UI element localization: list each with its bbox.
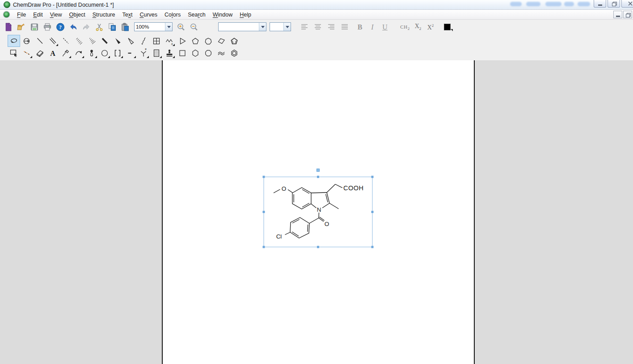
hashed-bond-tool[interactable]	[73, 35, 84, 46]
zoom-out-button[interactable]	[188, 21, 199, 32]
molecule-drawing[interactable]: O COOH N O Cl	[274, 184, 364, 240]
menu-view[interactable]: View	[46, 10, 66, 19]
eraser-tool[interactable]	[34, 47, 46, 59]
handle-top-right[interactable]	[371, 176, 374, 178]
hydrogen-bond-tool[interactable]	[21, 47, 33, 59]
paste-button[interactable]	[119, 21, 130, 32]
save-button[interactable]	[29, 21, 39, 32]
dashed-bond-tool[interactable]	[60, 35, 72, 46]
document-minimize-button[interactable]	[613, 11, 622, 18]
menu-window[interactable]: Window	[209, 10, 236, 19]
handle-top-left[interactable]	[263, 176, 265, 178]
wavy-bond-tool[interactable]	[138, 35, 149, 46]
cyclobutane-ring-tool[interactable]	[177, 47, 188, 59]
lasso-tool[interactable]	[8, 35, 20, 46]
menu-structure[interactable]: Structure	[89, 10, 119, 19]
handle-top-center[interactable]	[317, 176, 319, 178]
document-canvas[interactable]: O COOH N O Cl	[0, 60, 633, 364]
menu-text[interactable]: Text	[118, 10, 136, 19]
curved-arrow-tool[interactable]	[73, 47, 84, 59]
handle-bottom-left[interactable]	[263, 246, 265, 248]
document-icon[interactable]	[3, 11, 10, 18]
atom-label-acid-group[interactable]: COOH	[343, 184, 364, 192]
atom-label-methoxy-oxygen[interactable]: O	[282, 185, 287, 192]
align-right-button[interactable]	[325, 22, 338, 32]
underline-button[interactable]: U	[379, 22, 391, 32]
menu-curves[interactable]: Curves	[136, 10, 161, 19]
charge-symbol-tool[interactable]	[125, 47, 136, 59]
chain-tool[interactable]: n	[164, 35, 175, 46]
marquee-tool[interactable]	[8, 47, 20, 59]
hashed-wedge-bond-tool[interactable]	[86, 35, 97, 46]
formula-button[interactable]: CH2	[398, 22, 412, 32]
orbital-tool[interactable]	[86, 47, 97, 59]
cut-button[interactable]	[93, 21, 104, 32]
bold-bond-tool[interactable]	[99, 35, 110, 46]
wedge-bond-tool[interactable]	[112, 35, 123, 46]
rotation-handle[interactable]	[317, 169, 320, 172]
text-tool-icon: A	[48, 48, 58, 58]
align-left-button[interactable]	[298, 22, 311, 32]
text-tool[interactable]: A	[47, 47, 59, 59]
stamp-template-tool[interactable]	[164, 47, 175, 59]
atom-label-carbonyl-oxygen[interactable]: O	[325, 221, 329, 227]
zoom-level-select[interactable]: 100%	[134, 22, 173, 31]
help-button[interactable]: ?	[55, 21, 65, 32]
menu-colors[interactable]: Colors	[161, 10, 184, 19]
redo-button[interactable]	[80, 21, 91, 32]
dropdown-arrow-icon[interactable]	[259, 23, 266, 31]
template-grid-tool[interactable]	[151, 47, 162, 59]
pen-tool[interactable]	[60, 47, 72, 59]
irregular-ring-tool[interactable]	[215, 35, 227, 46]
cyclooctane-ring-tool[interactable]	[203, 47, 214, 59]
atom-label-ring-nitrogen[interactable]: N	[317, 206, 321, 213]
close-button[interactable]	[621, 0, 633, 8]
menu-search[interactable]: Search	[184, 10, 209, 19]
align-justify-button[interactable]	[338, 22, 351, 32]
cycloheptane-ring-tool[interactable]	[203, 35, 214, 46]
document-restore-button[interactable]	[623, 11, 632, 18]
menu-file[interactable]: File	[13, 10, 30, 19]
color-picker-swatch[interactable]	[444, 24, 451, 30]
dropdown-arrow-icon[interactable]	[165, 23, 172, 31]
attachment-point-tool[interactable]: *	[138, 47, 149, 59]
new-document-button[interactable]	[3, 21, 13, 32]
subscript-button[interactable]: X2	[412, 22, 424, 32]
open-button[interactable]	[16, 21, 26, 32]
handle-middle-right[interactable]	[371, 211, 374, 213]
copy-button[interactable]	[106, 21, 117, 32]
menu-object[interactable]: Object	[66, 10, 89, 19]
font-family-select[interactable]	[218, 22, 266, 31]
multiple-bond-tool[interactable]	[47, 35, 59, 46]
hollow-wedge-bond-tool[interactable]	[125, 35, 136, 46]
cyclopentadiene-ring-tool[interactable]	[228, 35, 240, 46]
font-size-select[interactable]	[270, 22, 291, 31]
cyclopentane-ring-tool[interactable]	[190, 35, 201, 46]
table-tool[interactable]	[151, 35, 162, 46]
bracket-tool[interactable]	[112, 47, 123, 59]
undo-button[interactable]	[68, 21, 78, 32]
acyclic-chain-tool[interactable]	[215, 47, 227, 59]
menu-help[interactable]: Help	[236, 10, 255, 19]
restore-button[interactable]	[608, 0, 620, 8]
cyclohexane-ring-tool[interactable]	[190, 47, 201, 59]
zoom-in-button[interactable]	[175, 21, 186, 32]
atom-label-chlorine[interactable]: Cl	[276, 233, 282, 240]
rotate-tool[interactable]	[21, 35, 33, 46]
solid-bond-tool[interactable]	[34, 35, 46, 46]
benzene-ring-tool[interactable]	[228, 47, 240, 59]
handle-bottom-right[interactable]	[371, 246, 374, 248]
align-center-button[interactable]	[312, 22, 324, 32]
print-button[interactable]	[42, 21, 52, 32]
italic-button[interactable]: I	[366, 22, 379, 32]
superscript-button[interactable]: X2	[424, 22, 437, 32]
close-icon	[628, 1, 633, 6]
cyclopropane-ring-tool[interactable]	[177, 35, 188, 46]
handle-middle-left[interactable]	[263, 211, 265, 213]
bold-button[interactable]: B	[354, 22, 366, 32]
dropdown-arrow-icon[interactable]	[283, 23, 291, 31]
handle-bottom-center[interactable]	[317, 246, 319, 248]
menu-edit[interactable]: Edit	[30, 10, 46, 19]
oval-tool[interactable]	[99, 47, 110, 59]
minimize-button[interactable]	[594, 0, 606, 8]
